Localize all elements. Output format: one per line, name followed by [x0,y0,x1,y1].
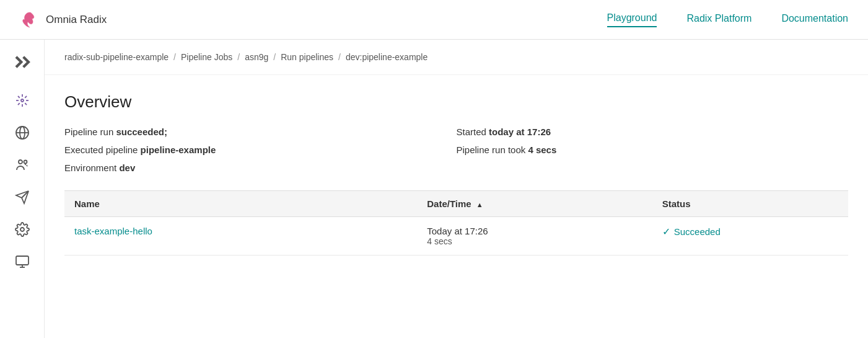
col-name: Name [64,191,417,217]
task-datetime-cell: Today at 17:26 4 secs [417,217,652,256]
svg-rect-16 [16,256,28,265]
breadcrumb-item-4: dev:pipeline-example [346,52,427,62]
overview-title: Overview [64,92,848,112]
breadcrumb-sep-3: / [338,52,341,62]
col-status: Status [652,191,848,217]
breadcrumb-item-3: Run pipelines [281,52,333,62]
logo-area: Omnia Radix [20,10,107,30]
breadcrumb-item-2: asn9g [245,52,268,62]
logo-icon [20,10,40,30]
settings-icon [15,222,30,237]
svg-line-5 [17,96,19,98]
sidebar-item-globe[interactable] [9,119,36,146]
table-row: task-example-hello Today at 17:26 4 secs… [64,217,848,256]
nav-playground[interactable]: Playground [607,12,657,27]
svg-point-13 [24,161,27,164]
overview-section: Overview Pipeline run succeeded; Started… [45,75,868,268]
datetime-sub: 4 secs [427,236,642,246]
svg-point-12 [19,160,22,164]
svg-line-6 [25,103,27,105]
sidebar-item-settings[interactable] [9,216,36,243]
datetime-main: Today at 17:26 [427,226,642,236]
pipeline-table: Name Date/Time ▲ Status ta [64,190,848,256]
sidebar [0,40,45,338]
svg-line-8 [17,103,19,105]
overview-pipeline-name: Executed pipeline pipeline-example [64,145,457,155]
task-name-cell: task-example-hello [64,217,417,256]
nav-documentation[interactable]: Documentation [781,13,848,27]
collapse-icon [10,50,35,74]
monitor-icon [15,254,30,269]
nav-radix-platform[interactable]: Radix Platform [686,13,752,27]
status-label: Succeeded [674,226,721,237]
breadcrumb-sep-2: / [273,52,276,62]
overview-grid: Pipeline run succeeded; Started today at… [64,127,848,173]
svg-point-15 [20,228,24,231]
globe-icon [15,125,30,140]
svg-line-7 [25,96,27,98]
sidebar-toggle[interactable] [10,50,35,74]
sidebar-item-monitor[interactable] [9,248,36,275]
apps-icon [15,93,30,108]
breadcrumb-sep-1: / [237,52,240,62]
breadcrumb-item-0: radix-sub-pipeline-example [64,52,169,62]
sidebar-item-team[interactable] [9,151,36,179]
breadcrumb-sep-0: / [173,52,176,62]
breadcrumb-item-1: Pipeline Jobs [181,52,232,62]
status-succeeded: ✓ Succeeded [662,226,838,238]
overview-started: Started today at 17:26 [457,127,849,137]
nav-links: Playground Radix Platform Documentation [607,12,849,27]
svg-point-0 [21,99,24,102]
team-icon [15,158,30,172]
sidebar-item-pipelines[interactable] [9,184,36,211]
sort-arrow: ▲ [476,201,483,208]
brand-name: Omnia Radix [46,14,107,26]
overview-pipeline-status: Pipeline run succeeded; [64,127,457,137]
breadcrumb: radix-sub-pipeline-example / Pipeline Jo… [45,40,868,75]
top-nav: Omnia Radix Playground Radix Platform Do… [0,0,868,40]
task-link[interactable]: task-example-hello [74,226,152,236]
col-datetime[interactable]: Date/Time ▲ [417,191,652,217]
sidebar-item-apps[interactable] [9,87,36,114]
overview-environment: Environment dev [64,162,457,173]
app-layout: radix-sub-pipeline-example / Pipeline Jo… [0,40,868,338]
check-icon: ✓ [662,226,670,238]
overview-duration: Pipeline run took 4 secs [457,145,849,155]
send-icon [15,190,30,205]
main-content: radix-sub-pipeline-example / Pipeline Jo… [45,40,868,338]
task-status-cell: ✓ Succeeded [652,217,848,256]
